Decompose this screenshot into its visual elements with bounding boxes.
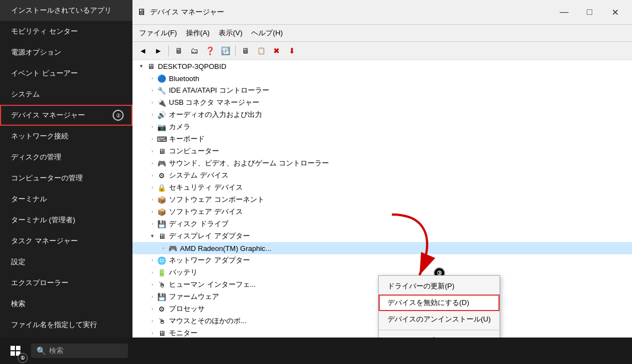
icon-audio: 🔊 [157, 110, 167, 120]
tree-item-disk[interactable]: ›💾ディスク ドライブ [132, 218, 632, 230]
expand-bluetooth: › [148, 74, 157, 83]
tree-item-bluetooth[interactable]: ›🔵Bluetooth [132, 72, 632, 84]
tree-item-keyboard[interactable]: ›⌨キーボード [132, 133, 632, 145]
expand-network-adapter: › [148, 256, 157, 265]
sidebar-item-run[interactable]: ファイル名を指定して実行 [0, 314, 132, 335]
label-sound: サウンド、ビデオ、およびゲーム コントローラー [169, 158, 329, 168]
sidebar-item-computer-mgmt[interactable]: コンピューターの管理 [0, 168, 132, 189]
tb-btn7[interactable]: ✖ [269, 44, 284, 57]
tb-btn4[interactable]: 🔃 [218, 44, 232, 57]
expand-camera: › [148, 122, 157, 131]
icon-software-comp: 📦 [157, 195, 167, 205]
minimize-button[interactable]: — [551, 3, 577, 21]
icon-disk: 💾 [157, 219, 167, 229]
sidebar-item-power-options[interactable]: 電源オプション [0, 42, 132, 63]
tree-item-software-comp[interactable]: ›📦ソフトウェア コンポーネント [132, 194, 632, 206]
tb-btn6[interactable]: 📋 [254, 44, 268, 57]
label-firmware: ファームウェア [169, 292, 219, 302]
sidebar-label: 設定 [11, 257, 25, 267]
icon-battery: 🔋 [157, 267, 167, 277]
expand-system-dev: › [148, 171, 157, 180]
expand-amd: › [159, 244, 168, 253]
sidebar-item-device-manager[interactable]: デバイス マネージャー② [0, 105, 132, 126]
expand-mouse: › [148, 317, 157, 325]
label-mouse: マウスとそのほかのポ... [169, 316, 247, 326]
icon-display-adapter: 🖥 [157, 231, 167, 241]
label-usb-connector: USB コネクタ マネージャー [169, 98, 259, 108]
tb-btn5[interactable]: 🖥 [238, 44, 253, 57]
tree-item-software-dev[interactable]: ›📦ソフトウェア デバイス [132, 206, 632, 218]
icon-security: 🔒 [157, 183, 167, 192]
search-label: 検索 [49, 346, 63, 356]
tb-btn2[interactable]: 🗂 [187, 44, 201, 57]
icon-human-interface: 🖱 [157, 280, 167, 290]
tree-item-display-adapter[interactable]: ▼🖥ディスプレイ アダプター [132, 230, 632, 242]
sidebar-item-disk-mgmt[interactable]: ディスクの管理 [0, 147, 132, 168]
expand-firmware: › [148, 292, 157, 301]
toolbar: ◄ ► 🖥 🗂 ❓ 🔃 🖥 📋 ✖ ⬇ [132, 42, 632, 60]
tree-item-computer[interactable]: ›🖥コンピューター [132, 145, 632, 157]
sidebar-label: モビリティ センター [11, 26, 78, 36]
menubar: ファイル(F)操作(A)表示(V)ヘルプ(H) [132, 25, 632, 42]
icon-network-adapter: 🌐 [157, 255, 167, 265]
context-item-disable-device[interactable]: デバイスを無効にする(D) [379, 295, 500, 311]
context-item-update-driver[interactable]: ドライバーの更新(P) [379, 278, 500, 295]
tree-item-audio[interactable]: ›🔊オーディオの入力および出力 [132, 109, 632, 121]
menu-ファイル(F)[interactable]: ファイル(F) [135, 26, 182, 40]
back-button[interactable]: ◄ [136, 44, 150, 57]
expand-computer: › [148, 147, 157, 156]
menu-操作(A)[interactable]: 操作(A) [182, 26, 214, 40]
search-bar[interactable]: 🔍 検索 [31, 344, 128, 358]
label-network-adapter: ネットワーク アダプター [169, 255, 250, 265]
tree-item-usb-connector[interactable]: ›🔌USB コネクタ マネージャー [132, 97, 632, 109]
sidebar-badge-device-manager: ② [113, 110, 124, 121]
tb-btn3[interactable]: ❓ [203, 44, 217, 57]
tree-root[interactable]: ▼🖥DESKTOP-3QPOBID [132, 60, 632, 72]
tree-item-security[interactable]: ›🔒セキュリティ デバイス [132, 181, 632, 194]
device-wrapper: ▼🖥DESKTOP-3QPOBID›🔵Bluetooth›🔧IDE ATA/AT… [132, 60, 632, 351]
icon-system-dev: ⚙ [157, 170, 167, 180]
close-button[interactable]: ✕ [602, 3, 628, 21]
expand-security: › [148, 183, 157, 192]
tree-item-system-dev[interactable]: ›⚙システム デバイス [132, 169, 632, 181]
toolbar-sep2 [235, 45, 236, 56]
sidebar-item-event-viewer[interactable]: イベント ビューアー [0, 63, 132, 84]
titlebar-controls: — □ ✕ [551, 3, 628, 21]
icon-software-dev: 📦 [157, 207, 167, 217]
sidebar-item-installed-apps[interactable]: インストールされているアプリ [0, 0, 132, 21]
sidebar-item-explorer[interactable]: エクスプローラー [0, 272, 132, 293]
menu-表示(V)[interactable]: 表示(V) [214, 26, 247, 40]
tree-item-amd[interactable]: ›🎮AMD Radeon(TM) Graphic... [132, 242, 632, 254]
menu-ヘルプ(H)[interactable]: ヘルプ(H) [247, 26, 287, 40]
forward-button[interactable]: ► [151, 44, 166, 57]
sidebar-item-terminal[interactable]: ターミナル [0, 189, 132, 210]
search-icon: 🔍 [36, 346, 46, 355]
start-badge: ① [18, 353, 28, 363]
sidebar-item-settings[interactable]: 設定 [0, 251, 132, 272]
tree-item-network-adapter[interactable]: ›🌐ネットワーク アダプター [132, 254, 632, 266]
sidebar-item-system[interactable]: システム [0, 84, 132, 105]
sidebar-item-task-manager[interactable]: タスク マネージャー [0, 231, 132, 251]
sidebar-item-network[interactable]: ネットワーク接続 [0, 126, 132, 147]
tree-item-sound[interactable]: ›🎮サウンド、ビデオ、およびゲーム コントローラー [132, 157, 632, 169]
sidebar-label: ネットワーク接続 [11, 131, 68, 141]
sidebar-label: 電源オプション [11, 47, 61, 57]
sidebar-item-mobility-center[interactable]: モビリティ センター [0, 21, 132, 42]
icon-amd: 🎮 [168, 243, 178, 253]
sidebar-item-terminal-admin[interactable]: ターミナル (管理者) [0, 210, 132, 231]
context-item-uninstall-device[interactable]: デバイスのアンインストール(U) [379, 311, 500, 328]
label-ide: IDE ATA/ATAPI コントローラー [169, 85, 269, 95]
tree-item-ide[interactable]: ›🔧IDE ATA/ATAPI コントローラー [132, 84, 632, 97]
restore-button[interactable]: □ [577, 3, 602, 21]
icon-mouse: 🖱 [157, 316, 167, 326]
expand-disk: › [148, 220, 157, 228]
sidebar-label: ディスクの管理 [11, 152, 61, 162]
label-monitor: モニター [169, 328, 198, 338]
taskbar: ① 🔍 検索 [0, 338, 632, 364]
sidebar-item-search[interactable]: 検索 [0, 293, 132, 314]
tb-btn1[interactable]: 🖥 [172, 44, 186, 57]
tb-btn8[interactable]: ⬇ [285, 44, 299, 57]
label-camera: カメラ [169, 122, 190, 132]
start-button[interactable]: ① [4, 340, 26, 362]
tree-item-camera[interactable]: ›📷カメラ [132, 121, 632, 133]
